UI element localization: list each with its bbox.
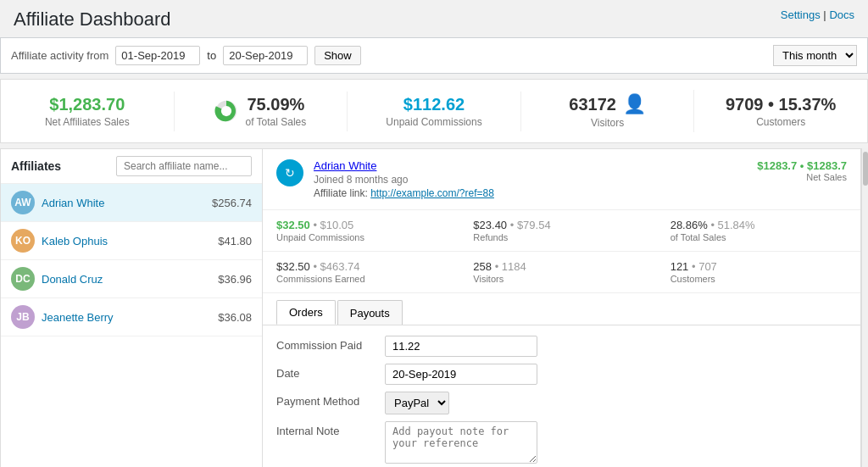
affiliate-net-sales: $1283.7 • $1283.7 Net Sales: [757, 159, 847, 182]
avatar: KO: [11, 229, 35, 253]
pie-chart-icon: [214, 99, 238, 123]
payment-method-label: Payment Method: [276, 392, 378, 408]
avatar: AW: [11, 191, 35, 214]
person-icon: 👤: [623, 93, 646, 115]
affiliates-panel: Affiliates AW Adrian White $256.74 KO Ka…: [0, 148, 263, 467]
aff-stat-visitors: 258 • 1184 Visitors: [473, 260, 649, 284]
main-content: Affiliates AW Adrian White $256.74 KO Ka…: [0, 148, 868, 467]
affiliate-name: Adrian White: [42, 197, 212, 209]
scrollbar[interactable]: [861, 148, 868, 467]
aff-stat-comm-earned: $32.50 • $463.74 Commissions Earned: [276, 260, 453, 284]
internal-note-label: Internal Note: [276, 421, 378, 437]
detail-panel: ↻ Adrian White Joined 8 months ago Affil…: [263, 148, 861, 467]
date-filter-bar: Affiliate activity from to Show This mon…: [0, 37, 868, 74]
avatar: DC: [11, 267, 35, 291]
form-row-internal-note: Internal Note: [276, 421, 847, 464]
stat-customers: 9709 • 15.37% Customers: [694, 92, 867, 131]
affiliate-name: Donald Cruz: [42, 273, 218, 286]
period-select[interactable]: This month: [773, 45, 857, 66]
page-title: Affiliate Dashboard: [0, 0, 868, 37]
affiliate-link[interactable]: http://example.com/?ref=88: [370, 187, 494, 199]
avatar: JB: [11, 305, 35, 329]
affiliate-amount: $36.96: [218, 273, 252, 286]
aff-stat-customers: 121 • 707 Customers: [670, 260, 847, 284]
affiliate-joined-label: Joined 8 months ago: [314, 174, 494, 186]
affiliate-detail-name-link[interactable]: Adrian White: [314, 159, 376, 172]
date-input[interactable]: [385, 364, 537, 385]
form-row-payment-method: Payment Method PayPal: [276, 392, 847, 414]
affiliate-amount: $256.74: [212, 197, 252, 209]
net-sales-label: Net Affiliates Sales: [14, 116, 160, 128]
affiliate-stats-row-1: $32.50 • $10.05 Unpaid Commissions $23.4…: [263, 210, 860, 252]
affiliate-name: Jeanette Berry: [42, 311, 218, 324]
stat-unpaid-commissions: $112.62 Unpaid Commissions: [348, 92, 521, 131]
refresh-icon: ↻: [276, 159, 303, 186]
list-item[interactable]: KO Kaleb Ophuis $41.80: [1, 222, 262, 260]
search-input[interactable]: [116, 156, 252, 176]
aff-stat-refunds: $23.40 • $79.54 Refunds: [473, 219, 649, 242]
affiliate-amount: $41.80: [218, 235, 252, 247]
date-to-label: to: [207, 49, 216, 62]
affiliate-stats-row-2: $32.50 • $463.74 Commissions Earned 258 …: [263, 252, 860, 293]
net-sales-value: $1,283.70: [14, 95, 160, 114]
stat-visitors: 63172 👤 Visitors: [521, 90, 695, 132]
unpaid-comm-label: Unpaid Commissions: [361, 116, 507, 128]
customers-label: Customers: [708, 116, 854, 128]
net-sales-val: $1283.7 • $1283.7: [757, 159, 847, 172]
affiliate-list: AW Adrian White $256.74 KO Kaleb Ophuis …: [1, 184, 262, 336]
list-item[interactable]: JB Jeanette Berry $36.08: [1, 298, 262, 336]
affiliates-header: Affiliates: [1, 149, 262, 184]
show-button[interactable]: Show: [314, 46, 361, 65]
form-row-commission: Commission Paid: [276, 336, 847, 357]
stat-net-sales: $1,283.70 Net Affiliates Sales: [1, 92, 175, 131]
list-item[interactable]: DC Donald Cruz $36.96: [1, 260, 262, 298]
date-label: Date: [276, 364, 378, 380]
commission-paid-input[interactable]: [385, 336, 537, 357]
svg-point-1: [221, 106, 231, 116]
net-sales-detail-label: Net Sales: [757, 172, 847, 182]
tab-orders[interactable]: Orders: [276, 300, 336, 325]
date-to-input[interactable]: [223, 46, 308, 65]
affiliate-name: Kaleb Ophuis: [42, 235, 218, 247]
aff-stat-total-sales: 28.86% • 51.84% of Total Sales: [670, 219, 847, 242]
affiliate-amount: $36.08: [218, 311, 252, 324]
internal-note-textarea[interactable]: [385, 421, 537, 464]
list-item[interactable]: AW Adrian White $256.74: [1, 184, 262, 222]
settings-docs-links: Settings | Docs: [781, 8, 854, 21]
unpaid-comm-value: $112.62: [361, 95, 507, 114]
customers-value: 9709 • 15.37%: [708, 95, 854, 114]
activity-from-label: Affiliate activity from: [11, 49, 108, 62]
stat-total-sales-pct: 75.09% of Total Sales: [175, 92, 348, 131]
payment-method-select[interactable]: PayPal: [385, 392, 449, 414]
visitors-label: Visitors: [535, 117, 681, 129]
payout-form: Commission Paid Date Payment Method PayP…: [263, 325, 860, 467]
visitors-value: 63172: [569, 95, 616, 114]
stats-bar: $1,283.70 Net Affiliates Sales 75.09% of…: [0, 79, 868, 143]
tabs-container: Orders Payouts: [263, 300, 860, 325]
docs-link[interactable]: Docs: [829, 8, 854, 21]
affiliate-detail-header: ↻ Adrian White Joined 8 months ago Affil…: [263, 149, 860, 210]
affiliates-title: Affiliates: [11, 159, 61, 173]
aff-stat-unpaid-comm: $32.50 • $10.05 Unpaid Commissions: [276, 219, 453, 242]
total-sales-pct-label: of Total Sales: [245, 116, 306, 128]
affiliate-link-row: Affiliate link: http://example.com/?ref=…: [314, 187, 494, 199]
date-from-input[interactable]: [115, 46, 200, 65]
settings-link[interactable]: Settings: [781, 8, 821, 21]
form-row-date: Date: [276, 364, 847, 385]
tab-payouts[interactable]: Payouts: [337, 300, 403, 325]
affiliate-info: ↻ Adrian White Joined 8 months ago Affil…: [276, 159, 494, 199]
total-sales-pct-value: 75.09%: [245, 95, 306, 114]
commission-paid-label: Commission Paid: [276, 336, 378, 352]
